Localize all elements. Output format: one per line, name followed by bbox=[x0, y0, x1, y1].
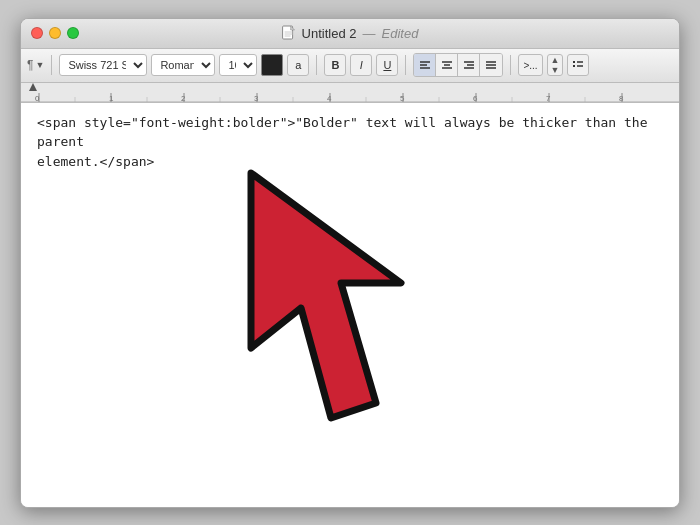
bold-button[interactable]: B bbox=[324, 54, 346, 76]
app-window: Untitled 2 — Edited ¶ ▼ Swiss 721 SWA Ro… bbox=[20, 18, 680, 508]
title-separator: — bbox=[363, 26, 376, 41]
toolbar-separator-2 bbox=[316, 55, 317, 75]
svg-rect-18 bbox=[573, 65, 575, 67]
window-title: Untitled 2 bbox=[302, 26, 357, 41]
alignment-group bbox=[413, 53, 503, 77]
toolbar-separator-1 bbox=[51, 55, 52, 75]
svg-text:0: 0 bbox=[35, 94, 40, 103]
underline-button[interactable]: U bbox=[376, 54, 398, 76]
line-spacing-stepper[interactable]: ▲▼ bbox=[547, 54, 564, 76]
svg-marker-20 bbox=[29, 83, 37, 91]
ruler: 0 1 2 3 4 5 6 7 8 bbox=[21, 83, 679, 103]
close-button[interactable] bbox=[31, 27, 43, 39]
color-text-button[interactable]: a bbox=[287, 54, 309, 76]
align-center-button[interactable] bbox=[436, 54, 458, 76]
content-line1: <span style="font-weight:bolder">"Bolder… bbox=[37, 115, 647, 150]
paragraph-icon: ¶ bbox=[27, 58, 33, 72]
align-right-button[interactable] bbox=[458, 54, 480, 76]
edited-status: Edited bbox=[382, 26, 419, 41]
toolbar-separator-4 bbox=[510, 55, 511, 75]
list-button[interactable] bbox=[567, 54, 589, 76]
more-options-button[interactable]: >... bbox=[518, 54, 542, 76]
content-area[interactable]: <span style="font-weight:bolder">"Bolder… bbox=[21, 103, 679, 507]
svg-rect-16 bbox=[573, 61, 575, 63]
svg-marker-48 bbox=[251, 173, 401, 418]
font-size-select[interactable]: 16 bbox=[219, 54, 257, 76]
document-icon bbox=[282, 25, 296, 41]
font-family-select[interactable]: Swiss 721 SWA bbox=[59, 54, 147, 76]
maximize-button[interactable] bbox=[67, 27, 79, 39]
content-line2: element.</span> bbox=[37, 154, 154, 169]
ruler-svg: 0 1 2 3 4 5 6 7 8 bbox=[21, 83, 679, 103]
traffic-lights bbox=[21, 27, 79, 39]
paragraph-group: ¶ ▼ bbox=[27, 58, 44, 72]
toolbar: ¶ ▼ Swiss 721 SWA Roman 16 a B I U bbox=[21, 49, 679, 83]
title-area: Untitled 2 — Edited bbox=[282, 25, 419, 41]
minimize-button[interactable] bbox=[49, 27, 61, 39]
align-justify-button[interactable] bbox=[480, 54, 502, 76]
paragraph-dropdown-arrow[interactable]: ▼ bbox=[35, 60, 44, 70]
document-content: <span style="font-weight:bolder">"Bolder… bbox=[37, 113, 663, 172]
italic-button[interactable]: I bbox=[350, 54, 372, 76]
toolbar-separator-3 bbox=[405, 55, 406, 75]
font-style-select[interactable]: Roman bbox=[151, 54, 215, 76]
color-swatch[interactable] bbox=[261, 54, 283, 76]
title-bar: Untitled 2 — Edited bbox=[21, 19, 679, 49]
cursor-arrow bbox=[221, 163, 481, 449]
align-left-button[interactable] bbox=[414, 54, 436, 76]
